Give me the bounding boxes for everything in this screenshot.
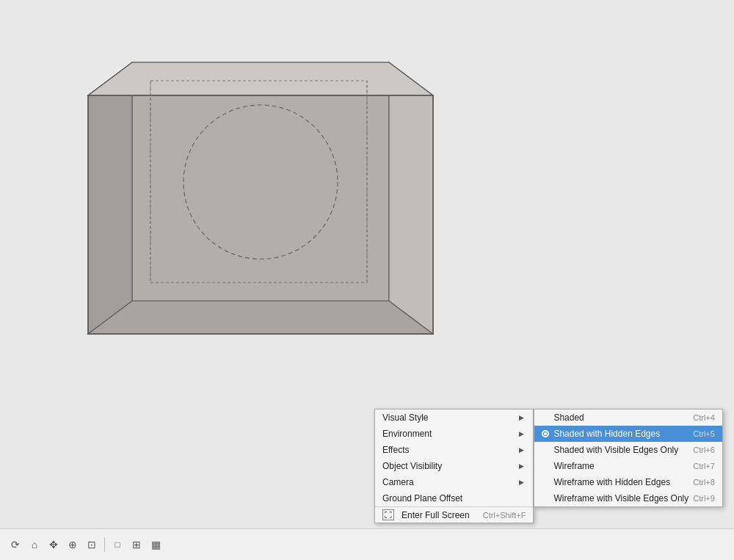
- menu-item-environment[interactable]: Environment: [375, 426, 533, 442]
- view-cube-icon[interactable]: □: [109, 537, 126, 553]
- display-grid-icon[interactable]: ⊞: [128, 537, 145, 553]
- radio-dot-active: [542, 430, 549, 437]
- submenu-item-wireframe-hidden[interactable]: Wireframe with Hidden Edges Ctrl+8: [534, 474, 722, 490]
- submenu-item-shaded-visible[interactable]: Shaded with Visible Edges Only Ctrl+6: [534, 442, 722, 458]
- zoom-extents-icon[interactable]: ⊡: [84, 537, 100, 553]
- menu-item-object-visibility[interactable]: Object Visibility: [375, 458, 533, 474]
- home-icon[interactable]: ⌂: [26, 537, 43, 553]
- scene-canvas: [37, 22, 448, 374]
- menu-item-ground-plane[interactable]: Ground Plane Offset: [375, 490, 533, 506]
- context-menu: Visual Style Environment Effects Object …: [374, 409, 723, 523]
- menu-item-effects[interactable]: Effects: [375, 442, 533, 458]
- submenu-item-wireframe-visible[interactable]: Wireframe with Visible Edges Only Ctrl+9: [534, 490, 722, 506]
- submenu-item-wireframe[interactable]: Wireframe Ctrl+7: [534, 458, 722, 474]
- display-style-icon[interactable]: ▦: [148, 537, 164, 553]
- separator-1: [104, 537, 105, 552]
- orbit-icon[interactable]: ⟳: [7, 537, 23, 553]
- menu-item-fullscreen[interactable]: ⛶ Enter Full Screen Ctrl+Shift+F: [375, 506, 533, 523]
- main-menu: Visual Style Environment Effects Object …: [374, 409, 534, 523]
- submenu-item-shaded-hidden[interactable]: Shaded with Hidden Edges Ctrl+5: [534, 426, 722, 442]
- menu-item-camera[interactable]: Camera: [375, 474, 533, 490]
- toolbar: ⟳ ⌂ ✥ ⊕ ⊡ □ ⊞ ▦: [0, 528, 734, 560]
- viewport: Visual Style Environment Effects Object …: [0, 0, 734, 560]
- pan-icon[interactable]: ✥: [46, 537, 62, 553]
- submenu-visual-style: Shaded Ctrl+4 Shaded with Hidden Edges C…: [534, 409, 723, 507]
- fullscreen-icon: ⛶: [382, 509, 394, 520]
- submenu-item-shaded[interactable]: Shaded Ctrl+4: [534, 410, 722, 426]
- svg-marker-6: [88, 95, 433, 334]
- menu-item-visual-style[interactable]: Visual Style: [375, 410, 533, 426]
- zoom-icon[interactable]: ⊕: [65, 537, 81, 553]
- svg-marker-5: [88, 62, 433, 95]
